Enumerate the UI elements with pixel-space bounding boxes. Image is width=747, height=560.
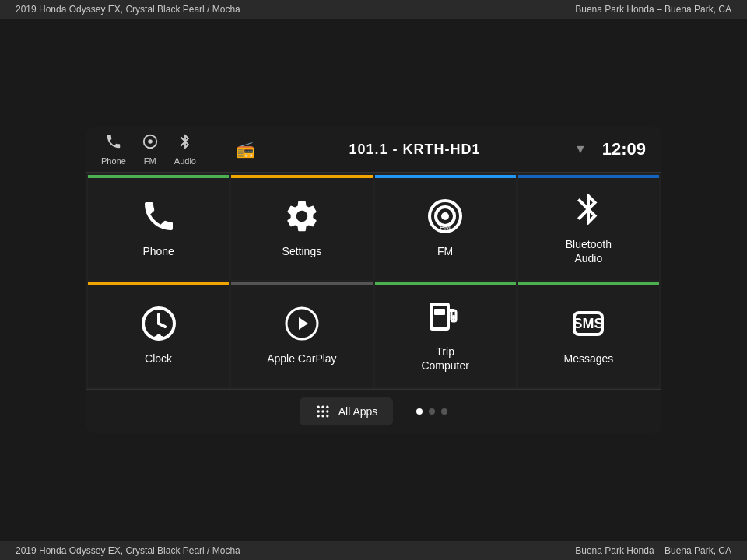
app-label-settings: Settings xyxy=(282,244,322,258)
svg-rect-10 xyxy=(156,334,161,338)
clock-time: 12:09 xyxy=(602,139,646,159)
svg-point-25 xyxy=(321,410,324,412)
svg-text:FM: FM xyxy=(440,223,451,232)
app-label-phone: Phone xyxy=(142,244,174,258)
grid-icon xyxy=(315,404,331,419)
app-grid: Phone Settings FM xyxy=(86,173,661,389)
app-tile-bluetooth[interactable]: Bluetooth Audio xyxy=(518,175,659,279)
nav-divider xyxy=(216,138,216,161)
settings-icon xyxy=(283,198,321,235)
all-apps-label: All Apps xyxy=(338,405,378,418)
svg-marker-12 xyxy=(299,317,308,330)
nav-phone[interactable]: Phone xyxy=(101,133,126,166)
app-tile-phone[interactable]: Phone xyxy=(88,175,229,279)
radio-antenna-icon: 📻 xyxy=(236,140,255,159)
svg-line-8 xyxy=(159,324,165,327)
svg-point-22 xyxy=(321,405,324,408)
phone-nav-icon xyxy=(105,133,122,154)
app-label-carplay: Apple CarPlay xyxy=(267,352,337,366)
svg-point-24 xyxy=(317,410,319,412)
phone-icon xyxy=(140,198,177,235)
bottom-bar: All Apps xyxy=(86,389,661,433)
svg-point-1 xyxy=(148,139,153,144)
bottom-info-bar: 2019 Honda Odyssey EX, Crystal Black Pea… xyxy=(0,541,747,560)
bottom-bar-right: Buena Park Honda – Buena Park, CA xyxy=(575,545,731,556)
svg-point-21 xyxy=(317,405,319,408)
bluetooth-nav-icon xyxy=(177,133,194,154)
app-tile-trip[interactable]: Trip Computer xyxy=(375,282,516,387)
top-bar-left: 2019 Honda Odyssey EX, Crystal Black Pea… xyxy=(16,4,240,15)
dot-2[interactable] xyxy=(429,408,435,415)
nav-fm-label: FM xyxy=(144,156,156,166)
app-label-fm: FM xyxy=(437,244,453,258)
app-label-messages: Messages xyxy=(563,352,613,366)
nav-audio[interactable]: Audio xyxy=(174,133,196,166)
trip-computer-icon xyxy=(426,298,464,335)
radio-station: 101.1 - KRTH-HD1 xyxy=(271,142,559,158)
app-tile-clock[interactable]: Clock xyxy=(88,282,229,387)
nav-bar: Phone FM Audio xyxy=(86,127,661,173)
carplay-icon xyxy=(283,305,321,342)
app-tile-messages[interactable]: SMS Messages xyxy=(518,282,659,387)
bottom-bar-left: 2019 Honda Odyssey EX, Crystal Black Pea… xyxy=(16,545,240,556)
dot-3[interactable] xyxy=(441,408,447,415)
svg-point-29 xyxy=(326,415,328,417)
svg-rect-13 xyxy=(431,304,448,329)
fm-nav-icon xyxy=(142,133,159,154)
top-bar-right: Buena Park Honda – Buena Park, CA xyxy=(575,4,731,15)
app-label-bluetooth: Bluetooth Audio xyxy=(566,237,612,265)
svg-point-27 xyxy=(317,415,319,417)
page-dots xyxy=(416,408,447,415)
nav-fm[interactable]: FM xyxy=(142,133,159,166)
app-tile-settings[interactable]: Settings xyxy=(231,175,372,279)
app-label-trip: Trip Computer xyxy=(421,345,468,373)
svg-text:SMS: SMS xyxy=(573,316,604,331)
radio-dot-icon: ▼ xyxy=(574,142,587,156)
top-info-bar: 2019 Honda Odyssey EX, Crystal Black Pea… xyxy=(0,0,747,19)
svg-point-26 xyxy=(326,410,328,412)
svg-point-23 xyxy=(326,405,328,408)
nav-audio-label: Audio xyxy=(174,156,196,166)
fm-icon: FM xyxy=(426,198,464,235)
dot-1[interactable] xyxy=(416,408,423,415)
svg-point-4 xyxy=(441,212,449,220)
app-tile-fm[interactable]: FM FM xyxy=(375,175,516,279)
nav-phone-label: Phone xyxy=(101,156,126,166)
clock-icon xyxy=(140,305,177,342)
bluetooth-audio-icon xyxy=(570,191,607,228)
svg-rect-14 xyxy=(434,309,445,315)
app-label-clock: Clock xyxy=(145,352,172,366)
infotainment-screen: Phone FM Audio xyxy=(86,127,661,433)
svg-point-28 xyxy=(321,415,324,417)
messages-icon: SMS xyxy=(570,305,607,342)
all-apps-button[interactable]: All Apps xyxy=(300,397,394,425)
app-tile-carplay[interactable]: Apple CarPlay xyxy=(231,282,372,387)
